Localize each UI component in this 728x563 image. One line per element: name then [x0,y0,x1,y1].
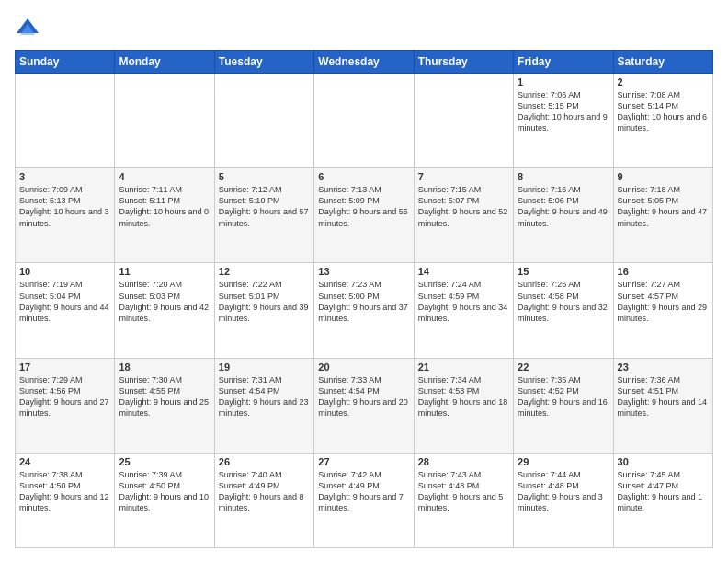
day-number: 1 [518,76,609,87]
week-row-5: 24Sunrise: 7:38 AM Sunset: 4:50 PM Dayli… [16,453,713,547]
day-number: 11 [119,266,210,277]
day-cell: 15Sunrise: 7:26 AM Sunset: 4:58 PM Dayli… [514,263,613,358]
day-number: 6 [318,171,409,182]
week-row-2: 3Sunrise: 7:09 AM Sunset: 5:13 PM Daylig… [16,168,713,263]
day-cell [314,74,414,168]
day-info: Sunrise: 7:23 AM Sunset: 5:00 PM Dayligh… [318,279,409,324]
day-number: 22 [518,362,609,373]
weekday-header-saturday: Saturday [613,51,712,74]
day-cell: 22Sunrise: 7:35 AM Sunset: 4:52 PM Dayli… [514,358,613,453]
day-cell: 13Sunrise: 7:23 AM Sunset: 5:00 PM Dayli… [314,263,414,358]
day-info: Sunrise: 7:13 AM Sunset: 5:09 PM Dayligh… [318,184,409,229]
weekday-header-tuesday: Tuesday [214,51,313,74]
day-cell: 28Sunrise: 7:43 AM Sunset: 4:48 PM Dayli… [414,453,513,547]
day-info: Sunrise: 7:27 AM Sunset: 4:57 PM Dayligh… [618,279,709,324]
day-cell: 16Sunrise: 7:27 AM Sunset: 4:57 PM Dayli… [613,263,712,358]
day-cell [115,74,214,168]
day-cell: 24Sunrise: 7:38 AM Sunset: 4:50 PM Dayli… [16,453,115,547]
calendar: SundayMondayTuesdayWednesdayThursdayFrid… [15,50,713,548]
day-info: Sunrise: 7:26 AM Sunset: 4:58 PM Dayligh… [518,279,609,324]
day-number: 17 [19,362,110,373]
weekday-header-sunday: Sunday [16,51,115,74]
day-info: Sunrise: 7:43 AM Sunset: 4:48 PM Dayligh… [418,469,509,514]
day-info: Sunrise: 7:08 AM Sunset: 5:14 PM Dayligh… [618,89,709,134]
day-cell: 11Sunrise: 7:20 AM Sunset: 5:03 PM Dayli… [115,263,214,358]
day-number: 19 [219,362,310,373]
day-cell: 23Sunrise: 7:36 AM Sunset: 4:51 PM Dayli… [613,358,712,453]
day-info: Sunrise: 7:20 AM Sunset: 5:03 PM Dayligh… [119,279,210,324]
day-number: 5 [219,171,310,182]
day-info: Sunrise: 7:34 AM Sunset: 4:53 PM Dayligh… [418,374,509,419]
weekday-header-row: SundayMondayTuesdayWednesdayThursdayFrid… [16,51,713,74]
header [15,15,713,40]
day-cell: 25Sunrise: 7:39 AM Sunset: 4:50 PM Dayli… [115,453,214,547]
day-info: Sunrise: 7:15 AM Sunset: 5:07 PM Dayligh… [418,184,509,229]
page: SundayMondayTuesdayWednesdayThursdayFrid… [0,0,728,563]
day-number: 30 [618,456,709,467]
day-info: Sunrise: 7:09 AM Sunset: 5:13 PM Dayligh… [19,184,110,229]
day-number: 4 [119,171,210,182]
day-cell: 9Sunrise: 7:18 AM Sunset: 5:05 PM Daylig… [613,168,712,263]
day-cell: 5Sunrise: 7:12 AM Sunset: 5:10 PM Daylig… [214,168,313,263]
day-number: 13 [318,266,409,277]
day-info: Sunrise: 7:38 AM Sunset: 4:50 PM Dayligh… [19,469,110,514]
day-info: Sunrise: 7:33 AM Sunset: 4:54 PM Dayligh… [318,374,409,419]
day-cell: 3Sunrise: 7:09 AM Sunset: 5:13 PM Daylig… [16,168,115,263]
day-number: 28 [418,456,509,467]
day-cell: 14Sunrise: 7:24 AM Sunset: 4:59 PM Dayli… [414,263,513,358]
day-info: Sunrise: 7:30 AM Sunset: 4:55 PM Dayligh… [119,374,210,419]
day-cell: 12Sunrise: 7:22 AM Sunset: 5:01 PM Dayli… [214,263,313,358]
day-number: 3 [19,171,110,182]
logo [15,15,44,40]
day-number: 16 [618,266,709,277]
day-number: 9 [618,171,709,182]
day-cell: 17Sunrise: 7:29 AM Sunset: 4:56 PM Dayli… [16,358,115,453]
day-cell [16,74,115,168]
day-info: Sunrise: 7:11 AM Sunset: 5:11 PM Dayligh… [119,184,210,229]
day-number: 10 [19,266,110,277]
day-number: 8 [518,171,609,182]
day-info: Sunrise: 7:40 AM Sunset: 4:49 PM Dayligh… [219,469,310,514]
day-info: Sunrise: 7:44 AM Sunset: 4:48 PM Dayligh… [518,469,609,514]
day-info: Sunrise: 7:35 AM Sunset: 4:52 PM Dayligh… [518,374,609,419]
day-cell: 26Sunrise: 7:40 AM Sunset: 4:49 PM Dayli… [214,453,313,547]
day-number: 26 [219,456,310,467]
day-info: Sunrise: 7:19 AM Sunset: 5:04 PM Dayligh… [19,279,110,324]
day-info: Sunrise: 7:39 AM Sunset: 4:50 PM Dayligh… [119,469,210,514]
day-info: Sunrise: 7:42 AM Sunset: 4:49 PM Dayligh… [318,469,409,514]
weekday-header-wednesday: Wednesday [314,51,414,74]
day-cell [214,74,313,168]
day-number: 25 [119,456,210,467]
day-cell: 18Sunrise: 7:30 AM Sunset: 4:55 PM Dayli… [115,358,214,453]
day-cell: 6Sunrise: 7:13 AM Sunset: 5:09 PM Daylig… [314,168,414,263]
day-cell: 29Sunrise: 7:44 AM Sunset: 4:48 PM Dayli… [514,453,613,547]
day-number: 18 [119,362,210,373]
day-cell: 4Sunrise: 7:11 AM Sunset: 5:11 PM Daylig… [115,168,214,263]
day-cell: 20Sunrise: 7:33 AM Sunset: 4:54 PM Dayli… [314,358,414,453]
day-cell [414,74,513,168]
weekday-header-friday: Friday [514,51,613,74]
week-row-1: 1Sunrise: 7:06 AM Sunset: 5:15 PM Daylig… [16,74,713,168]
day-cell: 30Sunrise: 7:45 AM Sunset: 4:47 PM Dayli… [613,453,712,547]
day-cell: 27Sunrise: 7:42 AM Sunset: 4:49 PM Dayli… [314,453,414,547]
day-info: Sunrise: 7:45 AM Sunset: 4:47 PM Dayligh… [618,469,709,514]
day-info: Sunrise: 7:36 AM Sunset: 4:51 PM Dayligh… [618,374,709,419]
day-cell: 10Sunrise: 7:19 AM Sunset: 5:04 PM Dayli… [16,263,115,358]
weekday-header-monday: Monday [115,51,214,74]
day-info: Sunrise: 7:18 AM Sunset: 5:05 PM Dayligh… [618,184,709,229]
week-row-4: 17Sunrise: 7:29 AM Sunset: 4:56 PM Dayli… [16,358,713,453]
day-info: Sunrise: 7:06 AM Sunset: 5:15 PM Dayligh… [518,89,609,134]
logo-icon [15,15,40,40]
day-number: 12 [219,266,310,277]
week-row-3: 10Sunrise: 7:19 AM Sunset: 5:04 PM Dayli… [16,263,713,358]
day-number: 15 [518,266,609,277]
day-cell: 2Sunrise: 7:08 AM Sunset: 5:14 PM Daylig… [613,74,712,168]
weekday-header-thursday: Thursday [414,51,513,74]
day-info: Sunrise: 7:16 AM Sunset: 5:06 PM Dayligh… [518,184,609,229]
day-number: 14 [418,266,509,277]
day-info: Sunrise: 7:22 AM Sunset: 5:01 PM Dayligh… [219,279,310,324]
day-number: 2 [618,76,709,87]
day-cell: 1Sunrise: 7:06 AM Sunset: 5:15 PM Daylig… [514,74,613,168]
day-number: 24 [19,456,110,467]
day-info: Sunrise: 7:29 AM Sunset: 4:56 PM Dayligh… [19,374,110,419]
